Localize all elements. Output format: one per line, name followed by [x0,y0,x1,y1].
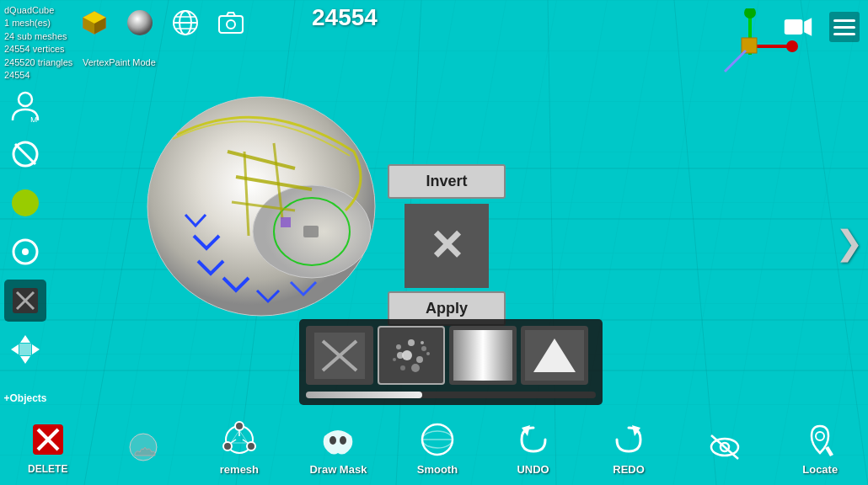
gizmo[interactable] [699,8,784,76]
svg-point-78 [130,434,157,461]
cube-icon [79,8,110,38]
vertices: 24554 vertices [4,43,72,56]
add-objects-label: +Objects [3,392,46,404]
svg-rect-56 [19,344,31,355]
hide-button[interactable] [699,427,750,467]
user-tool-button[interactable]: M [4,84,46,126]
hide-icon [705,427,745,467]
svg-point-33 [227,20,235,29]
hide-svg [706,429,743,466]
sphere-button[interactable] [121,4,158,41]
slash-circle-icon [8,137,42,171]
ghost-icon [123,427,163,467]
camera-icon [216,8,246,38]
locate-button[interactable]: Locate [795,419,845,476]
object-name: dQuadCube [4,4,72,17]
svg-point-39 [786,40,798,52]
svg-line-41 [725,51,746,72]
camera-button[interactable] [212,4,249,41]
svg-marker-55 [32,344,40,354]
hamburger-line-1 [833,19,855,22]
globe-icon [170,8,201,38]
sculpt-head-svg [126,84,396,337]
undo-button[interactable]: UNDO [508,419,559,476]
smooth-label: Smooth [417,463,458,476]
draw-mask-button[interactable]: Draw Mask [309,419,367,476]
ring-tool-button[interactable] [4,231,46,273]
top-toolbar [76,4,249,41]
svg-point-46 [12,189,39,216]
progress-bar-container[interactable] [306,392,596,398]
user-icon: M [8,88,42,122]
slash-tool-button[interactable] [4,133,46,175]
svg-point-67 [426,352,430,355]
svg-point-37 [744,8,756,19]
locate-svg [801,421,839,458]
sphere-icon [125,8,155,38]
undo-svg [515,421,552,458]
object-count-badge: 24554 [312,4,378,31]
redo-icon [608,419,649,460]
svg-rect-21 [281,217,291,227]
chevron-brush-button[interactable] [521,326,588,385]
right-chevron-button[interactable]: ❯ [835,223,864,262]
progress-bar-fill [306,392,422,398]
vertex-count-2: 24554 [4,69,72,82]
svg-marker-35 [804,18,812,36]
svg-point-42 [19,93,32,106]
smooth-icon [417,419,458,460]
ghost-svg [125,429,162,466]
invert-button[interactable]: Invert [388,164,506,199]
cube-icon-button[interactable] [76,4,113,41]
svg-point-26 [127,10,153,35]
svg-point-48 [22,248,29,255]
sub-meshes: 24 sub meshes [4,30,72,43]
svg-point-69 [411,364,420,372]
x-mark-icon: ✕ [429,225,464,267]
svg-line-45 [15,144,35,164]
draw-mask-icon [318,419,358,460]
svg-text:M: M [30,116,37,122]
color-circle-icon [8,186,42,220]
delete-button[interactable]: DELETE [23,419,73,475]
svg-point-88 [340,436,346,445]
color-tool-button[interactable] [4,182,46,224]
mode-label: VertexPaint Mode [83,57,156,67]
svg-point-87 [330,436,336,445]
svg-point-97 [816,432,824,440]
ghost-button[interactable] [118,427,169,467]
left-sidebar: M [4,84,46,419]
svg-rect-72 [453,330,512,381]
locate-label: Locate [802,463,838,476]
smooth-svg [417,419,458,460]
x-brush-button[interactable] [306,326,373,385]
info-panel: dQuadCube 1 mesh(es) 24 sub meshes 24554… [4,4,72,82]
cloud-brush-button[interactable] [378,326,445,385]
svg-point-66 [416,356,423,363]
redo-svg [610,421,647,458]
hamburger-menu[interactable] [829,12,860,42]
svg-marker-54 [11,344,19,354]
globe-button[interactable] [167,4,204,41]
3d-object[interactable] [126,84,396,320]
gizmo-svg [699,8,801,84]
remesh-button[interactable]: remesh [214,419,265,476]
popup-preview: ✕ [405,204,489,288]
undo-icon [513,419,554,460]
svg-marker-53 [20,356,30,364]
smooth-button[interactable]: Smooth [412,419,463,476]
hamburger-line-3 [833,33,855,35]
cloud-brush-icon [382,330,441,381]
gradient-brush-button[interactable] [449,326,517,385]
svg-rect-32 [219,16,243,33]
move-tool-button[interactable] [4,328,46,370]
undo-label: UNDO [517,463,549,476]
svg-marker-52 [20,335,30,343]
svg-point-68 [400,365,405,370]
hamburger-line-2 [833,26,855,29]
redo-button[interactable]: REDO [603,419,654,476]
redo-label: REDO [613,463,645,476]
brush-row [306,326,596,385]
ring-icon [8,235,42,269]
erase-tool-button[interactable] [4,280,46,322]
